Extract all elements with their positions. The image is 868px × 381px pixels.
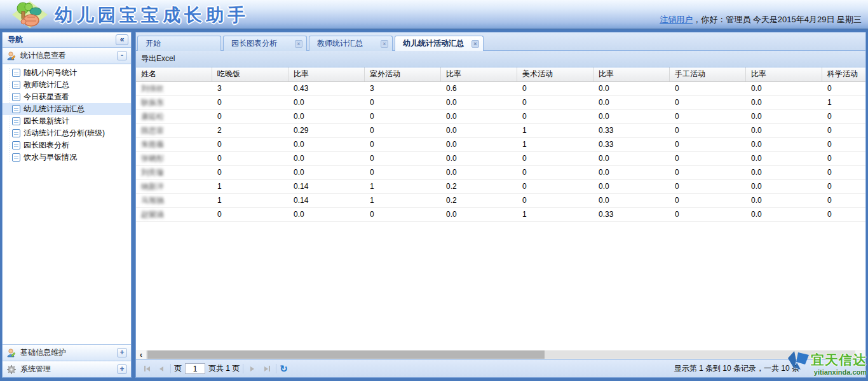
- column-header[interactable]: 吃晚饭: [212, 67, 288, 81]
- tab-start[interactable]: 开始: [137, 36, 221, 51]
- user-area: 注销用户，你好：管理员 今天是2015年4月29日 星期三: [660, 14, 862, 25]
- tab-label: 教师统计汇总: [317, 38, 363, 49]
- value-cell: 0.0: [746, 152, 822, 165]
- value-cell: 0: [517, 110, 593, 123]
- column-header[interactable]: 美术活动: [517, 67, 593, 81]
- sidebar-item[interactable]: 今日获星查看: [3, 91, 131, 103]
- scroll-right-icon[interactable]: ›: [855, 350, 865, 359]
- value-cell: 1: [365, 180, 441, 193]
- grid-header: 姓名吃晚饭比率室外活动比率美术活动比率手工活动比率科学活动: [136, 67, 865, 82]
- collapse-group-button[interactable]: -: [117, 51, 127, 60]
- value-cell: 0.0: [441, 208, 517, 221]
- page-label: 页: [174, 363, 182, 374]
- last-page-button[interactable]: [261, 364, 273, 374]
- close-tab-icon[interactable]: ×: [471, 40, 479, 48]
- export-excel-button[interactable]: 导出Excel: [141, 54, 175, 63]
- value-cell: 0: [670, 82, 746, 95]
- table-row[interactable]: 耿振东00.000.000.000.01: [136, 96, 865, 110]
- student-name-cell: 刘奕璇: [136, 166, 212, 179]
- table-row[interactable]: 纳新洋10.1410.200.000.00: [136, 180, 865, 194]
- report-icon: [12, 141, 20, 149]
- prev-page-button[interactable]: [156, 364, 167, 374]
- column-header[interactable]: 比率: [593, 67, 670, 81]
- value-cell: 0.0: [288, 110, 365, 123]
- sidebar-item-label: 活动统计汇总分析(班级): [24, 128, 105, 139]
- sidebar-item[interactable]: 幼儿统计活动汇总: [3, 103, 131, 115]
- sidebar-item[interactable]: 园长最新统计: [3, 115, 131, 127]
- tab-principal-chart-analysis[interactable]: 园长图表分析 ×: [223, 36, 307, 51]
- page-number-input[interactable]: [185, 363, 205, 374]
- table-row[interactable]: 赵紫涵00.000.010.3300.00: [136, 208, 865, 222]
- record-count-status: 显示第 1 条到 10 条记录，一共 10 条: [674, 363, 860, 374]
- table-row[interactable]: 康廷松00.000.000.000.00: [136, 110, 865, 124]
- report-icon: [12, 153, 20, 162]
- close-tab-icon[interactable]: ×: [381, 40, 388, 48]
- value-cell: 0: [212, 208, 288, 221]
- first-page-button[interactable]: [141, 364, 153, 374]
- sidebar-item[interactable]: 活动统计汇总分析(班级): [3, 127, 131, 139]
- scroll-left-icon[interactable]: ‹: [136, 350, 146, 359]
- table-row[interactable]: 张晓彤00.000.000.000.00: [136, 152, 865, 166]
- sidebar-item-label: 饮水与早饭情况: [24, 152, 77, 163]
- value-cell: 2: [212, 124, 288, 137]
- table-row[interactable]: 马旭驰10.1410.200.000.00: [136, 194, 865, 208]
- value-cell: 0.0: [746, 180, 822, 193]
- table-row[interactable]: 陈思雷20.2900.010.3300.00: [136, 124, 865, 138]
- refresh-icon[interactable]: ↻: [280, 364, 288, 373]
- column-header[interactable]: 室外活动: [365, 67, 441, 81]
- person-stats-icon: [6, 51, 17, 61]
- value-cell: 0: [212, 96, 288, 109]
- value-cell: 0.29: [288, 124, 365, 137]
- table-row[interactable]: 朱雨薇00.000.010.3300.00: [136, 138, 865, 152]
- column-header[interactable]: 手工活动: [670, 67, 746, 81]
- group-label: 系统管理: [20, 364, 51, 375]
- student-name-cell: 耿振东: [136, 96, 212, 109]
- sidebar-item[interactable]: 随机小问号统计: [3, 67, 131, 79]
- sidebar-item-label: 幼儿统计活动汇总: [24, 104, 85, 114]
- group-label: 统计信息查看: [20, 50, 66, 61]
- column-header[interactable]: 比率: [746, 67, 822, 81]
- content-panel: 开始 园长图表分析 × 教师统计汇总 × 幼儿统计活动汇总 × 导出Excel …: [135, 32, 866, 378]
- scrollbar-thumb[interactable]: [147, 350, 545, 359]
- column-header[interactable]: 比率: [288, 67, 365, 81]
- student-name-cell: 纳新洋: [136, 180, 212, 193]
- value-cell: 0: [822, 124, 865, 137]
- next-page-button[interactable]: [247, 364, 258, 374]
- sidebar-item[interactable]: 教师统计汇总: [3, 79, 131, 91]
- accordion-group-statistics[interactable]: 统计信息查看 -: [3, 48, 131, 64]
- student-name-cell: 张晓彤: [136, 152, 212, 165]
- value-cell: 0: [822, 166, 865, 179]
- table-row[interactable]: 刘佳欣30.4330.600.000.00: [136, 82, 865, 96]
- value-cell: 0.0: [746, 96, 822, 109]
- value-cell: 1: [517, 124, 593, 137]
- value-cell: 0: [517, 180, 593, 193]
- value-cell: 0: [822, 208, 865, 221]
- expand-group-button[interactable]: +: [117, 348, 127, 357]
- value-cell: 0: [365, 152, 441, 165]
- column-header[interactable]: 科学活动: [822, 67, 865, 81]
- sidebar-item[interactable]: 饮水与早饭情况: [3, 151, 131, 163]
- accordion-group-system[interactable]: 系统管理 +: [3, 361, 131, 377]
- separator: [170, 364, 171, 373]
- report-icon: [12, 129, 20, 137]
- scrollbar-track[interactable]: [146, 350, 855, 359]
- value-cell: 1: [822, 96, 865, 109]
- value-cell: 0.0: [746, 110, 822, 123]
- value-cell: 0.33: [593, 208, 670, 221]
- gear-icon: [6, 364, 17, 375]
- collapse-sidebar-button[interactable]: «: [116, 34, 128, 45]
- tab-teacher-statistics[interactable]: 教师统计汇总 ×: [309, 36, 393, 51]
- value-cell: 0.0: [288, 208, 365, 221]
- data-grid: 姓名吃晚饭比率室外活动比率美术活动比率手工活动比率科学活动 刘佳欣30.4330…: [136, 67, 865, 350]
- table-row[interactable]: 刘奕璇00.000.000.000.00: [136, 166, 865, 180]
- tab-child-activity-summary[interactable]: 幼儿统计活动汇总 ×: [395, 36, 484, 51]
- expand-group-button[interactable]: +: [117, 364, 127, 374]
- column-header[interactable]: 比率: [441, 67, 517, 81]
- close-tab-icon[interactable]: ×: [295, 40, 302, 48]
- value-cell: 0.0: [288, 96, 365, 109]
- accordion-group-basicinfo[interactable]: 基础信息维护 +: [3, 344, 131, 361]
- student-name-cell: 马旭驰: [136, 194, 212, 207]
- logout-link[interactable]: 注销用户: [660, 15, 693, 24]
- sidebar-item[interactable]: 园长图表分析: [3, 139, 131, 151]
- column-header[interactable]: 姓名: [136, 67, 212, 81]
